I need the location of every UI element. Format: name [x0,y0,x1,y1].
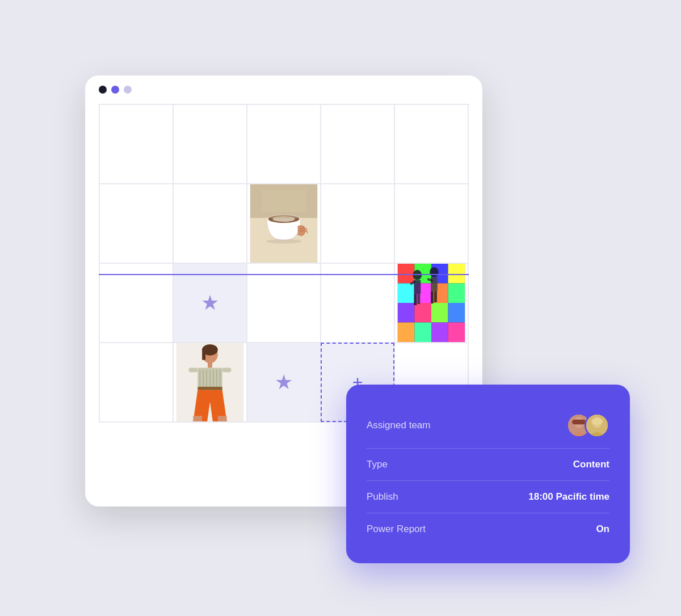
svg-point-29 [430,267,439,277]
svg-rect-39 [208,362,212,368]
minimize-dot[interactable] [111,86,119,94]
assigned-team-row: Assigned team [367,403,609,449]
svg-rect-50 [197,387,222,390]
grid-cell [321,104,394,184]
close-dot[interactable] [99,86,107,94]
svg-rect-31 [431,291,434,303]
power-report-row: Power Report On [367,513,609,545]
svg-rect-32 [434,291,437,302]
svg-rect-22 [414,323,431,343]
publish-label: Publish [367,491,398,503]
star-icon: ★ [174,264,246,342]
svg-rect-30 [431,277,438,292]
avatar-2 [585,413,609,438]
grid-cell [173,184,247,263]
svg-rect-7 [262,190,306,212]
grid-cell [173,104,247,184]
grid-cell-colorful[interactable] [394,263,468,343]
grid-cell [99,104,173,184]
publish-row: Publish 18:00 Pacific time [367,481,609,513]
grid-cell [321,184,394,263]
grid-cell-fashion[interactable] [173,343,247,422]
type-value: Content [573,459,609,470]
grid-cell-coffee[interactable] [247,184,321,263]
svg-rect-18 [414,303,431,323]
svg-rect-19 [431,303,448,323]
svg-rect-51 [193,416,202,421]
svg-rect-24 [448,323,465,343]
assigned-team-label: Assigned team [367,420,430,431]
type-row: Type Content [367,449,609,481]
svg-rect-27 [414,294,417,305]
window-titlebar [85,75,482,104]
type-label: Type [367,459,388,470]
svg-rect-55 [572,420,586,425]
svg-rect-16 [448,284,465,303]
grid-h-line [99,274,469,275]
content-grid: ★ [99,104,469,423]
grid-cell [247,104,321,184]
info-card: Assigned team [346,385,630,563]
grid-cell [99,184,173,263]
grid-cell [99,263,173,343]
grid-cell [394,104,468,184]
svg-rect-20 [448,303,465,323]
svg-rect-13 [398,284,415,303]
power-report-value: On [596,524,609,535]
grid-cell-star-2[interactable]: ★ [247,343,321,422]
grid-cell [321,263,394,343]
grid-area: ★ [85,104,482,423]
scene: ★ [85,53,596,563]
expand-dot[interactable] [124,86,132,94]
svg-rect-28 [417,294,420,304]
svg-rect-17 [398,303,415,323]
publish-value: 18:00 Pacific time [528,491,609,503]
power-report-label: Power Report [367,524,426,535]
svg-point-58 [591,418,603,425]
svg-rect-52 [218,416,227,421]
grid-cell [247,263,321,343]
svg-rect-21 [398,323,415,343]
grid-cell-star[interactable]: ★ [173,263,247,343]
svg-rect-49 [222,368,232,372]
svg-rect-38 [202,349,205,360]
grid-cell [394,184,468,263]
svg-point-5 [266,239,301,244]
grid-cell [99,343,173,422]
team-avatars [566,413,609,438]
star-icon-2: ★ [247,343,320,421]
svg-rect-48 [189,368,198,372]
svg-rect-23 [431,323,448,343]
